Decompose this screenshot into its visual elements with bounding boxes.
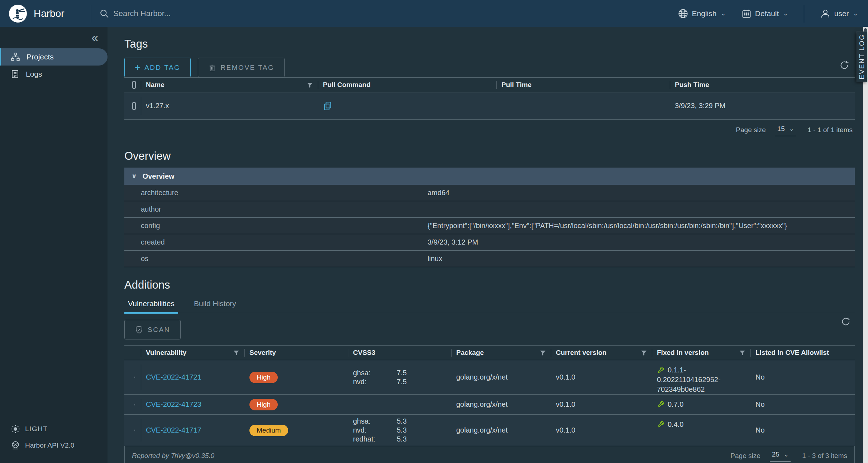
harbor-logo-icon [9, 4, 27, 23]
row-checkbox[interactable] [132, 102, 136, 110]
event-log-label: EVENT LOG [858, 34, 866, 79]
sidebar-collapse-button[interactable]: « [91, 30, 98, 44]
shield-check-icon [135, 325, 143, 334]
theme-toggle[interactable]: LIGHT [0, 421, 108, 437]
cve-link[interactable]: CVE-2022-41723 [146, 400, 201, 409]
push-time-cell: 3/9/23, 3:29 PM [670, 92, 855, 119]
header-actions: English ⌄ Default ⌄ user ⌄ [678, 5, 868, 23]
column-header-cvss3[interactable]: CVSS3 [348, 346, 451, 360]
expand-row-icon[interactable] [133, 374, 136, 381]
column-header-package[interactable]: Package [451, 346, 551, 360]
scan-button[interactable]: SCAN [124, 320, 181, 339]
table-row[interactable]: CVE-2022-41717 Medium ghsa:5.3 nvd:5.3 r… [124, 415, 855, 446]
brand[interactable]: Harbor [0, 4, 91, 23]
page-scrollbar[interactable] [863, 27, 868, 463]
cvss3-cell: ghsa:7.5 nvd:7.5 [348, 360, 451, 394]
wrench-icon [657, 420, 665, 428]
globe-icon [678, 9, 688, 19]
additions-title: Additions [124, 279, 855, 291]
chevron-down-icon: ⌄ [721, 10, 725, 17]
tab-vulnerabilities[interactable]: Vulnerabilities [124, 297, 178, 313]
page-size-select[interactable]: 15 ⌄ [775, 124, 796, 136]
filter-icon[interactable] [233, 350, 239, 356]
column-header-pull-time[interactable]: Pull Time [496, 78, 670, 92]
page-size-label: Page size [736, 126, 766, 134]
sidebar-item-label: Logs [26, 70, 42, 78]
vulnerabilities-pagination: Page size 25 ⌄ 1 - 3 of 3 items [730, 450, 847, 462]
expand-row-icon[interactable] [133, 427, 136, 434]
table-row[interactable]: CVE-2022-41723 High golang.org/x/net v0.… [124, 395, 855, 415]
overview-row-author: author [124, 201, 855, 218]
datetime-menu[interactable]: Default ⌄ [741, 9, 788, 19]
select-all-checkbox[interactable] [132, 81, 136, 89]
refresh-icon[interactable] [841, 317, 851, 328]
column-header-pull-command[interactable]: Pull Command [318, 78, 496, 92]
chevron-down-icon: ⌄ [853, 10, 858, 17]
overview-row-architecture: architecture amd64 [124, 185, 855, 201]
overview-row-os: os linux [124, 251, 855, 267]
column-header-vulnerability[interactable]: Vulnerability [141, 346, 244, 360]
wrench-icon [657, 366, 665, 374]
tab-build-history[interactable]: Build History [190, 297, 240, 313]
additions-tabs: Vulnerabilities Build History [124, 297, 855, 313]
language-menu[interactable]: English ⌄ [678, 9, 725, 19]
add-tag-button[interactable]: + ADD TAG [124, 58, 191, 77]
page-size-select[interactable]: 25 ⌄ [770, 450, 791, 462]
package-cell: golang.org/x/net [451, 395, 551, 414]
filter-icon[interactable] [641, 350, 647, 356]
user-menu[interactable]: user ⌄ [820, 8, 858, 19]
copy-icon[interactable] [323, 101, 332, 111]
plus-icon: + [135, 62, 140, 73]
sidebar-item-projects[interactable]: Projects [0, 48, 108, 66]
user-label: user [834, 9, 849, 18]
column-header-fixed-version[interactable]: Fixed in version [652, 346, 750, 360]
calendar-icon [741, 9, 752, 19]
column-header-name[interactable]: Name [141, 78, 318, 92]
overview-panel-header[interactable]: ∨ Overview [124, 168, 855, 185]
search-input[interactable] [113, 9, 328, 18]
cve-allowlist-cell: No [750, 360, 855, 394]
sidebar-item-label: Projects [27, 53, 54, 61]
logs-icon [11, 70, 19, 78]
scan-toolbar: SCAN [124, 320, 855, 339]
sidebar-item-logs[interactable]: Logs [0, 66, 108, 83]
api-icon [11, 441, 20, 450]
tags-table: Name Pull Command Pull Time Push Time v1… [124, 77, 855, 140]
column-header-severity[interactable]: Severity [244, 346, 348, 360]
wrench-icon [657, 400, 665, 408]
chevron-down-icon: ⌄ [783, 10, 788, 17]
package-cell: golang.org/x/net [451, 415, 551, 446]
current-version-cell: v0.1.0 [551, 360, 652, 394]
fixed-version-cell: 0.7.0 [652, 395, 750, 414]
overview-title: Overview [124, 150, 855, 163]
cve-link[interactable]: CVE-2022-41717 [146, 426, 201, 434]
remove-tag-button[interactable]: REMOVE TAG [198, 58, 285, 77]
event-log-tab[interactable]: EVENT LOG [857, 32, 867, 82]
language-label: English [692, 9, 716, 18]
harbor-app: Harbor English ⌄ [0, 0, 868, 463]
chevron-down-icon: ⌄ [789, 125, 794, 132]
filter-icon[interactable] [307, 82, 313, 88]
refresh-icon[interactable] [839, 60, 849, 72]
filter-icon[interactable] [739, 350, 745, 356]
vulnerabilities-table-header: Vulnerability Severity CVSS3 Package Cur… [124, 345, 855, 360]
table-row[interactable]: CVE-2022-41721 High ghsa:7.5 nvd:7.5 gol… [124, 360, 855, 395]
api-explorer-link[interactable]: Harbor API V2.0 [0, 437, 108, 454]
table-row[interactable]: v1.27.x 3/9/23, 3:29 PM [124, 92, 855, 120]
column-header-current-version[interactable]: Current version [551, 346, 652, 360]
main-content: Tags + ADD TAG REMOVE TAG Name [108, 27, 863, 463]
sun-icon [11, 424, 20, 434]
cve-allowlist-cell: No [750, 395, 855, 414]
overview-panel: ∨ Overview architecture amd64 author con… [124, 168, 855, 267]
global-search[interactable] [100, 9, 678, 18]
filter-icon[interactable] [540, 350, 546, 356]
column-header-cve-allowlist[interactable]: Listed in CVE Allowlist [750, 346, 855, 360]
column-header-push-time[interactable]: Push Time [670, 78, 855, 92]
tags-table-header: Name Pull Command Pull Time Push Time [124, 77, 855, 92]
cve-allowlist-cell: No [750, 415, 855, 446]
expand-row-icon[interactable] [133, 401, 136, 408]
cve-link[interactable]: CVE-2022-41721 [146, 373, 201, 381]
sidebar: « Projects Logs [0, 27, 108, 463]
projects-icon [11, 52, 20, 62]
package-cell: golang.org/x/net [451, 360, 551, 394]
